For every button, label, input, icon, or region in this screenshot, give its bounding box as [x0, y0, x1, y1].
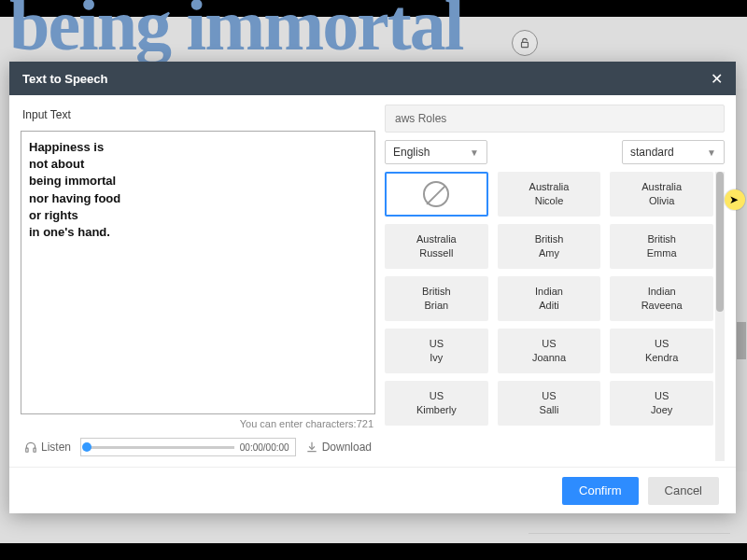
voice-aditi[interactable]: IndianAditi: [498, 276, 601, 321]
chevron-down-icon: ▼: [470, 147, 479, 158]
voice-joanna[interactable]: USJoanna: [498, 329, 601, 373]
chevron-down-icon: ▼: [707, 147, 716, 158]
voice-raveena[interactable]: IndianRaveena: [610, 276, 713, 321]
voice-region: US: [655, 337, 669, 351]
playback-controls: Listen 00:00/00:00 Download: [21, 433, 375, 461]
voice-region: Australia: [641, 180, 682, 194]
voice-nicole[interactable]: AustraliaNicole: [498, 172, 601, 217]
voice-region: US: [430, 337, 444, 351]
voice-region: Indian: [648, 285, 676, 299]
dropdown-row: English ▼ standard ▼: [385, 140, 725, 164]
tts-modal: Text to Speech ✕ Input Text Happiness is…: [9, 62, 736, 513]
voice-name: Russell: [419, 246, 453, 260]
voice-name: Amy: [539, 246, 559, 260]
voice-name: Salli: [540, 403, 559, 417]
download-icon: [305, 441, 318, 454]
cancel-button[interactable]: Cancel: [648, 477, 719, 505]
text-input[interactable]: Happiness isnot aboutbeing immortalnor h…: [21, 131, 375, 414]
voice-salli[interactable]: USSalli: [498, 381, 601, 426]
listen-button[interactable]: Listen: [21, 439, 75, 455]
voice-name: Aditi: [539, 299, 558, 313]
voice-name: Emma: [647, 246, 677, 260]
char-count: You can enter characters:721: [21, 418, 374, 429]
slider-track: [87, 446, 234, 449]
left-pane: Input Text Happiness isnot aboutbeing im…: [21, 105, 375, 461]
svg-rect-2: [34, 448, 35, 452]
voice-name: Nicole: [535, 194, 564, 208]
voice-name: Kendra: [645, 351, 678, 365]
voice-amy[interactable]: BritishAmy: [498, 224, 601, 269]
voice-none[interactable]: [385, 172, 488, 217]
voice-name: Olivia: [649, 194, 675, 208]
voice-region: US: [542, 337, 556, 351]
right-pane: English ▼ standard ▼ AustraliaNicoleAust…: [385, 105, 725, 461]
cursor-icon: ➤: [729, 193, 739, 206]
voice-region: US: [430, 389, 444, 403]
voice-name: Joanna: [532, 351, 566, 365]
voice-ivy[interactable]: USIvy: [385, 329, 488, 373]
voice-region: Indian: [535, 285, 563, 299]
voice-kendra[interactable]: USKendra: [610, 329, 713, 373]
engine-dropdown[interactable]: standard ▼: [622, 140, 725, 164]
headphones-icon: [24, 441, 37, 454]
voice-region: Australia: [529, 180, 570, 194]
voice-scrollbar[interactable]: [715, 172, 725, 461]
slider-thumb[interactable]: [82, 442, 92, 452]
voice-olivia[interactable]: AustraliaOlivia: [610, 172, 713, 217]
voice-name: Joey: [651, 403, 672, 417]
roles-input[interactable]: [385, 105, 725, 133]
input-text-label: Input Text: [22, 108, 375, 121]
voice-list: AustraliaNicoleAustraliaOliviaAustraliaR…: [385, 172, 725, 461]
none-icon: [423, 181, 449, 207]
voice-name: Ivy: [430, 351, 443, 365]
modal-title: Text to Speech: [22, 72, 108, 86]
voice-region: British: [422, 285, 451, 299]
voice-name: Brian: [424, 299, 448, 313]
download-button[interactable]: Download: [302, 439, 375, 455]
voice-scroll-thumb[interactable]: [716, 172, 724, 312]
voice-emma[interactable]: BritishEmma: [610, 224, 713, 269]
modal-footer: Confirm Cancel: [9, 467, 736, 513]
progress-slider[interactable]: 00:00/00:00: [80, 438, 296, 456]
voice-region: US: [655, 389, 669, 403]
voice-name: Kimberly: [416, 403, 457, 417]
close-icon[interactable]: ✕: [711, 70, 723, 88]
voice-region: British: [535, 232, 564, 246]
voice-brian[interactable]: BritishBrian: [385, 276, 488, 321]
voice-russell[interactable]: AustraliaRussell: [385, 224, 488, 269]
modal-body: Input Text Happiness isnot aboutbeing im…: [9, 95, 736, 467]
voice-kimberly[interactable]: USKimberly: [385, 381, 488, 426]
voice-region: Australia: [416, 232, 457, 246]
voice-region: British: [647, 232, 676, 246]
voice-region: US: [542, 389, 556, 403]
svg-rect-1: [26, 448, 28, 452]
time-display: 00:00/00:00: [240, 442, 289, 453]
modal-header: Text to Speech ✕: [9, 62, 736, 95]
language-dropdown[interactable]: English ▼: [385, 140, 487, 164]
confirm-button[interactable]: Confirm: [562, 477, 639, 505]
voice-name: Raveena: [641, 299, 683, 313]
voice-joey[interactable]: USJoey: [610, 381, 713, 426]
